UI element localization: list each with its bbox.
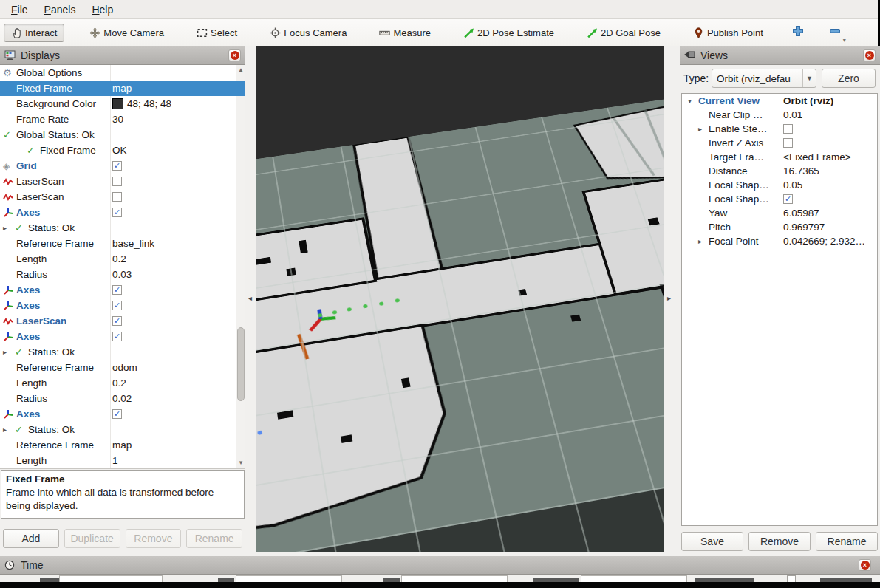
- checkbox[interactable]: [112, 332, 122, 341]
- checkbox[interactable]: [783, 124, 793, 134]
- tree-row[interactable]: Yaw6.05987: [682, 206, 877, 220]
- checkbox[interactable]: [112, 161, 122, 171]
- tree-row[interactable]: Distance16.7365: [682, 164, 877, 178]
- tree-row[interactable]: LaserScan: [0, 313, 245, 329]
- remove-view-button[interactable]: Remove: [748, 532, 811, 551]
- add-button[interactable]: Add: [3, 529, 59, 548]
- tree-row[interactable]: ▸✓Status: Ok: [0, 422, 245, 437]
- tree-row[interactable]: Invert Z Axis: [682, 136, 877, 150]
- expand-arrow-icon[interactable]: ▸: [698, 125, 709, 133]
- tree-row[interactable]: Background Color48; 48; 48: [0, 96, 245, 112]
- property-label: Invert Z Axis: [709, 137, 763, 148]
- tree-row[interactable]: Length0.2: [0, 375, 245, 391]
- menu-help[interactable]: Help: [83, 1, 121, 18]
- tree-row[interactable]: Length0.2: [0, 251, 245, 267]
- right-splitter[interactable]: ▸: [664, 46, 680, 552]
- checkbox[interactable]: [112, 409, 122, 419]
- tree-row[interactable]: Length1: [0, 453, 245, 468]
- displays-close-button[interactable]: ×: [228, 49, 241, 61]
- tree-row[interactable]: Pitch0.969797: [682, 220, 877, 234]
- tree-row[interactable]: ▸✓Status: Ok: [0, 220, 245, 236]
- tree-row[interactable]: LaserScan: [0, 189, 245, 205]
- tree-row[interactable]: Reference Framebase_link: [0, 236, 245, 251]
- tree-row[interactable]: LaserScan: [0, 174, 245, 189]
- tree-row[interactable]: Axes: [0, 205, 245, 220]
- tree-row[interactable]: ▾Current ViewOrbit (rviz): [682, 94, 877, 108]
- collapse-arrow-icon[interactable]: ▾: [688, 97, 698, 105]
- tree-row[interactable]: Axes: [0, 282, 245, 298]
- tree-row[interactable]: Axes: [0, 298, 245, 313]
- zero-button[interactable]: Zero: [822, 69, 876, 88]
- 3d-viewport[interactable]: [256, 46, 664, 552]
- tree-row[interactable]: Near Clip …0.01: [682, 108, 877, 122]
- tree-row[interactable]: ▸Enable Ste…: [682, 122, 877, 136]
- expand-arrow-icon[interactable]: ▸: [698, 237, 709, 245]
- property-label: Focal Shap…: [709, 180, 769, 191]
- checkbox[interactable]: [112, 208, 122, 217]
- duplicate-button[interactable]: Duplicate: [64, 529, 120, 548]
- tool-label: Measure: [393, 27, 431, 38]
- time-close-button[interactable]: ×: [859, 559, 871, 571]
- tree-row[interactable]: Reference Frameodom: [0, 360, 245, 375]
- select-tool-button[interactable]: Select: [189, 24, 245, 42]
- color-swatch[interactable]: [112, 98, 123, 109]
- publish-point-icon: [693, 27, 704, 38]
- focus-camera-tool-button[interactable]: Focus Camera: [262, 24, 354, 42]
- axes-icon: [3, 332, 16, 342]
- pose-estimate-tool-button[interactable]: 2D Pose Estimate: [456, 24, 562, 42]
- checkbox[interactable]: [112, 192, 122, 202]
- tree-row[interactable]: Focal Shap…: [682, 192, 877, 206]
- tree-row[interactable]: ▸✓Status: Ok: [0, 344, 245, 360]
- expand-arrow-icon[interactable]: ▸: [3, 348, 15, 356]
- tree-row[interactable]: ◈Grid: [0, 158, 245, 174]
- checkbox[interactable]: [112, 316, 122, 326]
- property-value: 0.2: [112, 377, 126, 389]
- checkbox[interactable]: [112, 177, 122, 186]
- tree-row[interactable]: ✓Global Status: Ok: [0, 127, 245, 143]
- measure-tool-button[interactable]: Measure: [372, 24, 438, 42]
- left-splitter[interactable]: ◂: [245, 46, 256, 552]
- tree-row[interactable]: ✓Fixed FrameOK: [0, 143, 245, 158]
- collapse-left-icon[interactable]: ◂: [248, 294, 252, 302]
- views-close-button[interactable]: ×: [863, 49, 876, 61]
- tree-row[interactable]: Reference Framemap: [0, 437, 245, 453]
- goal-pose-tool-button[interactable]: 2D Goal Pose: [579, 24, 668, 42]
- remove-tool-button[interactable]: ▾: [825, 24, 845, 41]
- menu-panels[interactable]: Panels: [36, 1, 84, 18]
- expand-arrow-icon[interactable]: ▸: [3, 425, 15, 434]
- checkbox[interactable]: [112, 301, 122, 310]
- tree-row[interactable]: Fixed Framemap: [0, 81, 245, 96]
- save-view-button[interactable]: Save: [681, 532, 743, 551]
- expand-arrow-icon[interactable]: ▸: [3, 224, 15, 232]
- tree-row[interactable]: Axes: [0, 406, 245, 422]
- add-tool-button[interactable]: [788, 24, 808, 41]
- move-camera-tool-button[interactable]: Move Camera: [82, 24, 171, 42]
- tree-row[interactable]: Frame Rate30: [0, 112, 245, 127]
- menu-file[interactable]: File: [3, 1, 36, 18]
- view-type-dropdown[interactable]: Orbit (rviz_defau ▼: [712, 69, 816, 88]
- displays-panel-header[interactable]: Displays ×: [0, 46, 245, 65]
- tree-row[interactable]: Focal Shap…0.05: [682, 178, 877, 192]
- interact-tool-button[interactable]: Interact: [4, 24, 64, 42]
- value-text: 16.7365: [783, 165, 819, 177]
- remove-button[interactable]: Remove: [126, 529, 182, 548]
- rename-view-button[interactable]: Rename: [816, 532, 878, 551]
- tree-row[interactable]: Axes: [0, 329, 245, 344]
- checkbox[interactable]: [783, 194, 793, 204]
- tree-row[interactable]: Radius0.02: [0, 391, 245, 406]
- views-panel-header[interactable]: Views ×: [680, 46, 880, 65]
- checkbox[interactable]: [783, 138, 793, 148]
- time-panel-header[interactable]: Time ×: [0, 556, 880, 575]
- displays-panel: Displays × ▲ ▼ ⚙Global OptionsFixed Fram…: [0, 46, 245, 552]
- checkbox[interactable]: [112, 285, 122, 295]
- tree-row[interactable]: ⚙Global Options: [0, 65, 245, 81]
- tree-row[interactable]: Radius0.03: [0, 267, 245, 282]
- property-value: [112, 332, 122, 341]
- time-panel-title: Time: [21, 559, 44, 571]
- tree-row[interactable]: Target Fra…<Fixed Frame>: [682, 150, 877, 164]
- tree-row[interactable]: ▸Focal Point0.042669; 2.932…: [682, 234, 877, 248]
- collapse-right-icon[interactable]: ▸: [667, 294, 671, 302]
- publish-point-tool-button[interactable]: Publish Point: [686, 24, 771, 42]
- rename-button[interactable]: Rename: [186, 529, 242, 548]
- value-text: 0.02: [112, 393, 132, 404]
